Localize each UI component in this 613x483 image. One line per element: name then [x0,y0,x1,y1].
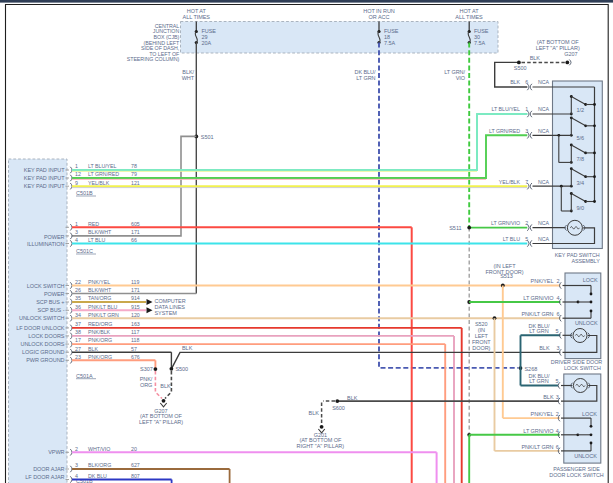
svg-text:34: 34 [75,312,81,318]
svg-text:12: 12 [75,171,81,177]
svg-text:23: 23 [75,354,81,360]
svg-text:G207: G207 [564,51,577,57]
svg-text:7.5A: 7.5A [474,40,485,46]
svg-text:TAN/ORG: TAN/ORG [88,295,111,301]
svg-text:C501A: C501A [76,373,93,379]
svg-text:LT GRN/RED: LT GRN/RED [489,128,520,134]
svg-text:ALL TIMES: ALL TIMES [183,14,211,20]
svg-text:VIO: VIO [456,75,466,81]
svg-text:WHT/VIO: WHT/VIO [88,446,110,452]
svg-text:9/0: 9/0 [577,205,585,211]
svg-text:5: 5 [556,378,559,384]
svg-text:OR ACC: OR ACC [369,14,390,20]
svg-text:RIGHT "A" PILLAR): RIGHT "A" PILLAR) [297,443,345,449]
svg-text:3: 3 [525,128,528,134]
svg-text:38: 38 [75,329,81,335]
svg-text:KEY PAD SWITCH: KEY PAD SWITCH [555,252,600,258]
svg-text:DOOR): DOOR) [472,345,490,351]
svg-text:PNK/YEL: PNK/YEL [531,278,554,284]
svg-text:S307: S307 [140,366,153,372]
svg-text:POWER: POWER [44,291,65,297]
svg-text:LF DOOR AJAR: LF DOOR AJAR [25,474,64,480]
svg-text:3: 3 [557,345,560,351]
svg-text:17: 17 [75,337,81,343]
svg-text:ILLUMINATION: ILLUMINATION [27,241,65,247]
svg-text:117: 117 [131,329,139,335]
svg-text:LT BLU: LT BLU [503,236,520,242]
svg-text:2: 2 [556,411,559,417]
svg-text:YEL/BLK: YEL/BLK [88,180,110,186]
svg-text:163: 163 [131,321,140,327]
svg-text:NCA: NCA [538,236,550,242]
svg-text:S500: S500 [175,366,188,372]
svg-text:57: 57 [131,346,137,352]
svg-text:121: 121 [131,180,140,186]
svg-text:27: 27 [75,346,81,352]
svg-text:PNK/YEL: PNK/YEL [531,411,554,417]
svg-text:LT GRN: LT GRN [356,75,375,81]
svg-text:KEY PAD INPUT: KEY PAD INPUT [24,175,65,181]
svg-text:LOCK DOORS: LOCK DOORS [28,333,65,339]
svg-text:NCA: NCA [538,106,550,112]
svg-text:S600: S600 [332,405,345,411]
svg-text:676: 676 [131,354,140,360]
svg-text:PNK/: PNK/ [140,376,153,382]
svg-text:79: 79 [131,171,137,177]
svg-text:LT BLU/YEL: LT BLU/YEL [492,106,521,112]
svg-text:LT BLU/YEL: LT BLU/YEL [88,163,117,169]
svg-text:2: 2 [75,446,78,452]
svg-text:ASSEMBLY: ASSEMBLY [571,258,600,264]
svg-text:PWR GROUND: PWR GROUND [26,357,64,363]
svg-text:LOCK SWITCH: LOCK SWITCH [564,365,601,371]
svg-text:37: 37 [75,321,81,327]
svg-text:7.5A: 7.5A [384,40,395,46]
svg-text:NCA: NCA [538,179,550,185]
svg-text:22: 22 [75,279,81,285]
svg-text:RED: RED [88,221,99,227]
svg-text:C501B: C501B [76,190,93,196]
svg-text:66: 66 [131,237,137,243]
svg-text:BLK: BLK [88,346,98,352]
svg-text:3: 3 [556,394,559,400]
svg-text:LT GRN: LT GRN [529,328,548,334]
svg-text:S513: S513 [500,273,513,279]
svg-text:LT GRN/RED: LT GRN/RED [88,171,119,177]
svg-text:S500: S500 [514,65,527,71]
svg-text:915: 915 [131,304,140,310]
svg-text:S501: S501 [201,134,214,140]
svg-text:171: 171 [131,287,140,293]
svg-text:6: 6 [557,311,560,317]
svg-text:1: 1 [75,221,78,227]
svg-text:C501C: C501C [76,248,93,254]
svg-text:1: 1 [75,163,78,169]
svg-text:WHT: WHT [182,75,195,81]
svg-text:PNK/YEL: PNK/YEL [88,279,110,285]
svg-text:LT GRN: LT GRN [529,378,548,384]
svg-text:7: 7 [525,179,528,185]
svg-text:BLK: BLK [309,410,320,416]
svg-text:2: 2 [557,278,560,284]
svg-text:1/2: 1/2 [577,107,585,113]
svg-text:4: 4 [556,428,559,434]
svg-text:4: 4 [75,237,78,243]
svg-text:SCP BUS -: SCP BUS - [38,307,65,313]
svg-text:26: 26 [75,287,81,293]
svg-text:KEY PAD INPUT: KEY PAD INPUT [24,183,65,189]
svg-text:UNLOCK DOORS: UNLOCK DOORS [20,341,64,347]
svg-text:UNLOCK SWITCH: UNLOCK SWITCH [19,315,65,321]
svg-text:914: 914 [131,295,140,301]
svg-text:HOT IN RUN: HOT IN RUN [363,8,395,14]
svg-text:BLK: BLK [347,395,358,401]
svg-text:171: 171 [131,229,140,235]
svg-text:RED/ORG: RED/ORG [88,321,112,327]
svg-text:LT BLU: LT BLU [88,237,105,243]
svg-text:LT GRN/VIO: LT GRN/VIO [491,220,520,226]
svg-text:3/4: 3/4 [577,180,585,186]
svg-text:2: 2 [525,220,528,226]
svg-text:S511: S511 [449,225,461,231]
svg-text:HOT AT: HOT AT [187,8,207,14]
svg-text:7/8: 7/8 [577,156,585,162]
svg-text:6: 6 [525,79,528,85]
svg-text:20: 20 [131,446,137,452]
svg-text:BLK: BLK [160,383,171,389]
